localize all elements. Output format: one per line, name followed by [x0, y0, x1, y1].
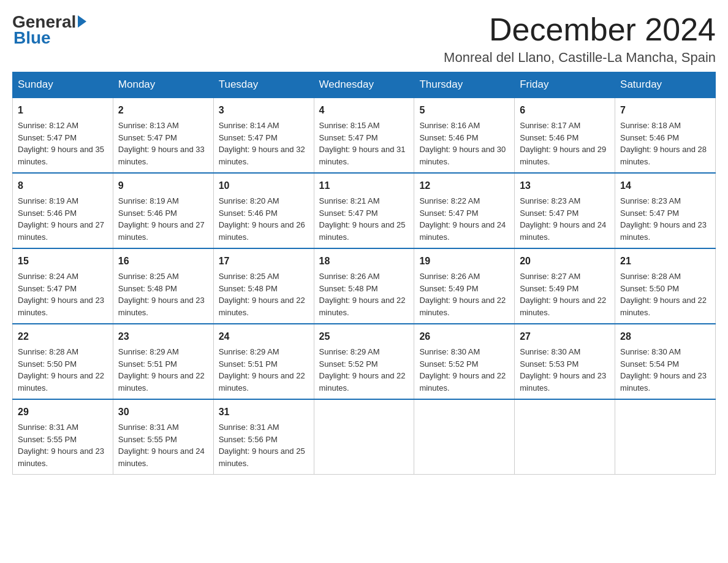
calendar-cell: 27Sunrise: 8:30 AMSunset: 5:53 PMDayligh…: [515, 324, 615, 399]
calendar-cell: 19Sunrise: 8:26 AMSunset: 5:49 PMDayligh…: [414, 248, 515, 324]
calendar-cell: 10Sunrise: 8:20 AMSunset: 5:46 PMDayligh…: [213, 173, 314, 248]
calendar-cell: 21Sunrise: 8:28 AMSunset: 5:50 PMDayligh…: [615, 248, 716, 324]
day-number: 13: [520, 178, 610, 193]
day-number: 8: [18, 178, 108, 193]
calendar-cell: 7Sunrise: 8:18 AMSunset: 5:46 PMDaylight…: [615, 98, 716, 173]
day-number: 29: [18, 405, 108, 419]
calendar-cell: 3Sunrise: 8:14 AMSunset: 5:47 PMDaylight…: [213, 98, 314, 173]
day-number: 17: [219, 254, 309, 269]
calendar-cell: 22Sunrise: 8:28 AMSunset: 5:50 PMDayligh…: [13, 324, 113, 399]
calendar-cell: 24Sunrise: 8:29 AMSunset: 5:51 PMDayligh…: [213, 324, 314, 399]
day-number: 31: [219, 405, 309, 419]
calendar-cell: 23Sunrise: 8:29 AMSunset: 5:51 PMDayligh…: [113, 324, 213, 399]
calendar-cell: 11Sunrise: 8:21 AMSunset: 5:47 PMDayligh…: [314, 173, 414, 248]
calendar-table: SundayMondayTuesdayWednesdayThursdayFrid…: [12, 72, 716, 475]
calendar-cell: 16Sunrise: 8:25 AMSunset: 5:48 PMDayligh…: [113, 248, 213, 324]
calendar-cell: [515, 399, 615, 475]
calendar-cell: 31Sunrise: 8:31 AMSunset: 5:56 PMDayligh…: [213, 399, 314, 475]
day-number: 21: [620, 254, 710, 269]
calendar-cell: 12Sunrise: 8:22 AMSunset: 5:47 PMDayligh…: [414, 173, 515, 248]
day-number: 22: [18, 329, 108, 344]
week-row-5: 29Sunrise: 8:31 AMSunset: 5:55 PMDayligh…: [13, 399, 716, 475]
calendar-cell: 13Sunrise: 8:23 AMSunset: 5:47 PMDayligh…: [515, 173, 615, 248]
day-number: 7: [620, 103, 710, 118]
day-number: 4: [319, 103, 409, 118]
day-number: 1: [18, 103, 108, 118]
week-row-2: 8Sunrise: 8:19 AMSunset: 5:46 PMDaylight…: [13, 173, 716, 248]
day-number: 5: [419, 103, 509, 118]
calendar-cell: [414, 399, 515, 475]
calendar-cell: 18Sunrise: 8:26 AMSunset: 5:48 PMDayligh…: [314, 248, 414, 324]
calendar-cell: 17Sunrise: 8:25 AMSunset: 5:48 PMDayligh…: [213, 248, 314, 324]
calendar-cell: 2Sunrise: 8:13 AMSunset: 5:47 PMDaylight…: [113, 98, 213, 173]
day-number: 6: [520, 103, 610, 118]
calendar-cell: [615, 399, 716, 475]
day-number: 26: [419, 329, 509, 344]
day-number: 25: [319, 329, 409, 344]
day-number: 19: [419, 254, 509, 269]
calendar-cell: 15Sunrise: 8:24 AMSunset: 5:47 PMDayligh…: [13, 248, 113, 324]
day-number: 14: [620, 178, 710, 193]
calendar-header-row: SundayMondayTuesdayWednesdayThursdayFrid…: [13, 72, 716, 98]
day-number: 11: [319, 178, 409, 193]
day-number: 3: [219, 103, 309, 118]
logo-arrow-icon: [78, 15, 86, 28]
calendar-cell: 1Sunrise: 8:12 AMSunset: 5:47 PMDaylight…: [13, 98, 113, 173]
header-monday: Monday: [113, 72, 213, 98]
day-number: 10: [219, 178, 309, 193]
day-number: 2: [118, 103, 208, 118]
logo-blue-text: Blue: [13, 28, 51, 48]
calendar-cell: 25Sunrise: 8:29 AMSunset: 5:52 PMDayligh…: [314, 324, 414, 399]
location-title: Monreal del Llano, Castille-La Mancha, S…: [444, 50, 716, 66]
day-number: 9: [118, 178, 208, 193]
day-number: 16: [118, 254, 208, 269]
day-number: 15: [18, 254, 108, 269]
logo: General Blue: [12, 12, 86, 48]
calendar-cell: 20Sunrise: 8:27 AMSunset: 5:49 PMDayligh…: [515, 248, 615, 324]
month-title: December 2024: [444, 12, 716, 47]
calendar-cell: 5Sunrise: 8:16 AMSunset: 5:46 PMDaylight…: [414, 98, 515, 173]
calendar-cell: 26Sunrise: 8:30 AMSunset: 5:52 PMDayligh…: [414, 324, 515, 399]
calendar-cell: 29Sunrise: 8:31 AMSunset: 5:55 PMDayligh…: [13, 399, 113, 475]
day-number: 28: [620, 329, 710, 344]
calendar-cell: [314, 399, 414, 475]
title-block: December 2024 Monreal del Llano, Castill…: [444, 12, 716, 66]
header-sunday: Sunday: [13, 72, 113, 98]
calendar-cell: 14Sunrise: 8:23 AMSunset: 5:47 PMDayligh…: [615, 173, 716, 248]
calendar-cell: 28Sunrise: 8:30 AMSunset: 5:54 PMDayligh…: [615, 324, 716, 399]
header-wednesday: Wednesday: [314, 72, 414, 98]
calendar-cell: 8Sunrise: 8:19 AMSunset: 5:46 PMDaylight…: [13, 173, 113, 248]
week-row-1: 1Sunrise: 8:12 AMSunset: 5:47 PMDaylight…: [13, 98, 716, 173]
header-thursday: Thursday: [414, 72, 515, 98]
day-number: 12: [419, 178, 509, 193]
header-saturday: Saturday: [615, 72, 716, 98]
header-tuesday: Tuesday: [213, 72, 314, 98]
calendar-cell: 6Sunrise: 8:17 AMSunset: 5:46 PMDaylight…: [515, 98, 615, 173]
day-number: 18: [319, 254, 409, 269]
calendar-cell: 9Sunrise: 8:19 AMSunset: 5:46 PMDaylight…: [113, 173, 213, 248]
day-number: 27: [520, 329, 610, 344]
page-header: General Blue December 2024 Monreal del L…: [12, 12, 716, 66]
calendar-cell: 4Sunrise: 8:15 AMSunset: 5:47 PMDaylight…: [314, 98, 414, 173]
day-number: 23: [118, 329, 208, 344]
day-number: 20: [520, 254, 610, 269]
week-row-4: 22Sunrise: 8:28 AMSunset: 5:50 PMDayligh…: [13, 324, 716, 399]
week-row-3: 15Sunrise: 8:24 AMSunset: 5:47 PMDayligh…: [13, 248, 716, 324]
calendar-cell: 30Sunrise: 8:31 AMSunset: 5:55 PMDayligh…: [113, 399, 213, 475]
day-number: 24: [219, 329, 309, 344]
header-friday: Friday: [515, 72, 615, 98]
day-number: 30: [118, 405, 208, 419]
